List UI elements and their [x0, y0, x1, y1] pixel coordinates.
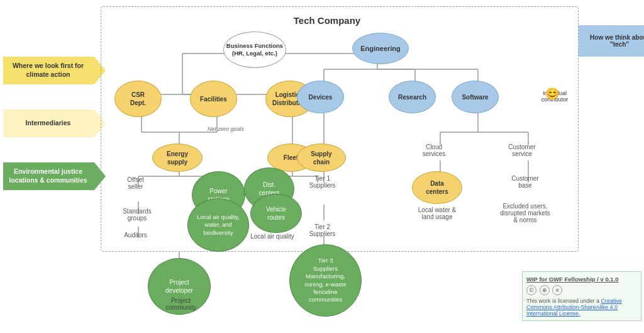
csr-dept-node: CSR Dept. — [114, 81, 162, 117]
facilities-node: Facilities — [190, 81, 237, 117]
diagram-title: Tech Company — [245, 15, 409, 26]
cloud-services-label: Cloud services — [409, 144, 459, 157]
how-we-think-container: How we think about "tech" — [579, 25, 644, 57]
energy-supply-node: Energy supply — [152, 144, 203, 172]
arrow-climate-action: Where we look first for climate action — [3, 57, 94, 84]
intermediaries-arrow: Intermediaries — [3, 110, 94, 137]
cc-icon: © — [526, 285, 536, 295]
where-look-first-arrow: Where we look first for climate action — [3, 57, 94, 84]
cc-icon2: ⊕ — [540, 285, 550, 295]
local-water-label: Local water & land usage — [409, 206, 465, 220]
data-centers-node: Data centers — [412, 171, 462, 204]
standards-groups-label: Standards groups — [112, 208, 162, 222]
business-functions-node: Business Functions (HR, Legal, etc.) — [223, 31, 286, 68]
diagram-area: Net zero goals Individual contributor 😊 — [97, 0, 644, 333]
license-title: WIP for GWF Fellowship / v 0.1.0 — [526, 276, 637, 283]
software-node: Software — [452, 81, 499, 113]
customer-base-label: Customer base — [500, 175, 550, 189]
auditors-label: Auditors — [112, 232, 159, 239]
engineering-node: Engineering — [352, 33, 409, 64]
arrow3-label: Environmental justice locations & commun… — [8, 167, 88, 184]
devices-node: Devices — [297, 81, 344, 113]
left-sidebar: Where we look first for climate action I… — [0, 0, 97, 333]
arrow-environmental-justice: Environmental justice locations & commun… — [3, 162, 94, 190]
vehicle-routes-node: Vehicle routes — [250, 194, 302, 233]
supply-chain-node: Supply chain — [297, 144, 346, 172]
local-air-quality2-label: Local air quality — [244, 233, 301, 240]
tier2-suppliers-label: Tier 2 Suppliers — [299, 223, 346, 237]
how-we-think-arrow: How we think about "tech" — [579, 25, 644, 57]
offset-seller-label: Offset seller — [112, 176, 159, 190]
tier3-suppliers-node: Tier 3 Suppliers Manufacturing, mining, … — [289, 244, 362, 317]
local-air-quality-node: Local air quality, water, and biodiversi… — [187, 198, 249, 252]
cc-icon3: ≡ — [552, 285, 562, 295]
customer-service-label: Customer service — [497, 144, 547, 157]
research-node: Research — [389, 81, 436, 113]
arrow-intermediaries: Intermediaries — [3, 110, 94, 137]
arrow1-label: Where we look first for climate action — [8, 62, 88, 79]
tier1-suppliers-label: Tier 1 Suppliers — [299, 175, 346, 189]
arrow2-label: Intermediaries — [26, 119, 71, 128]
excluded-users-label: Excluded users, disrupted markets & norm… — [494, 203, 557, 223]
project-community-label: Project community — [157, 297, 204, 311]
license-box: WIP for GWF Fellowship / v 0.1.0 © ⊕ ≡ T… — [522, 271, 641, 321]
main-container: Where we look first for climate action I… — [0, 0, 644, 333]
diagram-inner: Tech Company Business Functions (HR, Leg… — [101, 6, 641, 327]
cc-icons: © ⊕ ≡ — [526, 285, 637, 295]
environmental-justice-arrow: Environmental justice locations & commun… — [3, 162, 94, 190]
license-text: This work is licensed under a Creative C… — [526, 298, 622, 317]
